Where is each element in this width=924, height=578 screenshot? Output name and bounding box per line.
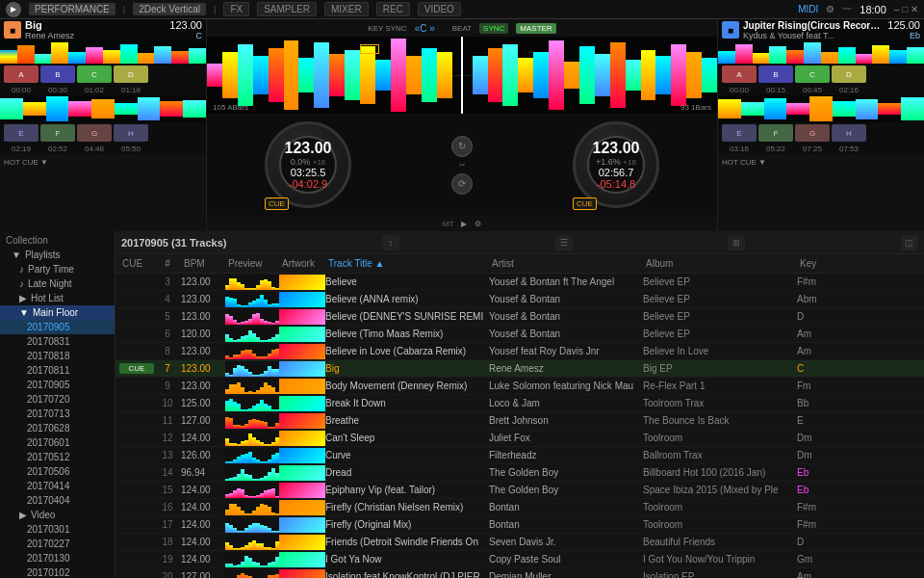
master-btn[interactable]: MASTER <box>516 23 555 34</box>
col-header-title[interactable]: Track Title ▲ <box>325 258 489 269</box>
cue-h-left[interactable]: H <box>114 124 148 142</box>
tool-play[interactable]: ▶ <box>461 220 467 228</box>
track-row[interactable]: 14 96.94 Dread The Golden Boy Billboard … <box>116 464 924 482</box>
track-preview-9 <box>225 431 279 446</box>
track-row[interactable]: 17 124.00 Firefly (Original Mix) Bontan … <box>116 516 924 534</box>
platter-right[interactable]: 123.00 +1.6% +16 02:56.7 -05:14.8 CUE <box>573 121 659 208</box>
track-row[interactable]: 11 127.00 Breathe Brett Johnson The Boun… <box>116 412 924 430</box>
cue-btn-left[interactable]: CUE <box>265 197 289 210</box>
midi-button[interactable]: MIDI <box>798 4 818 14</box>
sidebar-item-20170905[interactable]: 20170905 <box>0 320 115 334</box>
platter-circle-right[interactable]: 123.00 +1.6% +16 02:56.7 -05:14.8 <box>573 121 659 208</box>
track-row[interactable]: 19 124.00 I Got Ya Now Copy Paste Soul I… <box>116 551 924 568</box>
mixer-button[interactable]: MIXER <box>324 2 369 16</box>
cue-g-right[interactable]: G <box>795 124 830 142</box>
cue-d-left[interactable]: D <box>114 66 148 83</box>
tool-settings[interactable]: ⚙ <box>475 220 481 228</box>
sidebar-item-20170713[interactable]: 20170713 <box>0 407 115 421</box>
sidebar-item-mainfloor[interactable]: ▼ Main Floor <box>0 305 115 320</box>
settings-icon[interactable]: ⚙ <box>826 4 834 14</box>
layout-label[interactable]: 2Deck Vertical <box>133 3 206 15</box>
sidebar-item-20170512[interactable]: 20170512 <box>0 450 115 464</box>
sidebar-item-20170506[interactable]: 20170506 <box>0 464 115 479</box>
sidebar-item-partytime[interactable]: ♪ Party Time <box>0 262 115 276</box>
rec-button[interactable]: REC <box>376 2 410 16</box>
cue-h-right[interactable]: H <box>832 124 866 142</box>
sidebar-item-20170130[interactable]: 20170130 <box>0 551 115 565</box>
view-btn2[interactable]: ⊞ <box>728 235 745 250</box>
track-row[interactable]: 9 123.00 Body Movement (Denney Remix) Lu… <box>116 378 924 395</box>
sidebar-item-video[interactable]: ▶ Video <box>0 508 115 522</box>
track-row[interactable]: 18 124.00 Friends (Detroit Swindle Frien… <box>116 534 924 551</box>
track-row[interactable]: 12 124.00 Can't Sleep Juliet Fox Toolroo… <box>116 430 924 447</box>
track-row[interactable]: 10 125.00 Break It Down Loco & Jam Toolr… <box>116 395 924 412</box>
track-row[interactable]: 13 126.00 Curve Filterheadz Ballroom Tra… <box>116 447 924 464</box>
track-row[interactable]: CUE 7 123.00 Big Rene Amesz Big EP C <box>116 360 924 378</box>
track-row[interactable]: 4 123.00 Believe (ANNA remix) Yousef & B… <box>116 291 924 308</box>
sidebar-item-20170628[interactable]: 20170628 <box>0 421 115 435</box>
platter-time-right: 02:56.7 <box>599 167 634 178</box>
cue-e-right[interactable]: E <box>722 124 757 142</box>
view-btn3[interactable]: ◫ <box>901 235 918 250</box>
platter-circle-left[interactable]: 123.00 0.0% +16 03:25.5 -04:02.9 <box>265 121 351 208</box>
view-btn1[interactable]: ☰ <box>555 235 573 250</box>
track-row[interactable]: 20 127.00 Isolation feat KnowKontrol (DJ… <box>116 568 924 578</box>
track-row[interactable]: 15 124.00 Epiphany Vip (feat. Tailor) Th… <box>116 482 924 499</box>
deck-right-times1: 00:00 00:15 00:45 02:16 <box>718 85 924 95</box>
cue-a-right[interactable]: A <box>722 66 757 83</box>
track-row[interactable]: 6 120.00 Believe (Timo Maas Remix) Youse… <box>116 326 924 343</box>
track-row[interactable]: 5 123.00 Believe (DENNEY'S SUNRISE REMI … <box>116 308 924 326</box>
sidebar-item-20170414[interactable]: 20170414 <box>0 479 115 493</box>
track-preview-14 <box>225 517 279 533</box>
track-num-6: 9 <box>154 381 181 391</box>
track-title-10: Curve <box>325 450 489 460</box>
video-button[interactable]: VIDEO <box>418 2 461 16</box>
sidebar-item-20170301[interactable]: 20170301 <box>0 522 115 537</box>
track-title-9: Can't Sleep <box>325 433 489 443</box>
sampler-button[interactable]: SAMPLER <box>257 2 317 16</box>
cue-c-left[interactable]: C <box>77 66 112 83</box>
deck-right-hotcue: HOT CUE ▼ <box>718 154 924 170</box>
sidebar-item-20170818[interactable]: 20170818 <box>0 349 115 363</box>
cue-b-right[interactable]: B <box>758 66 793 83</box>
beat-sync-btn[interactable]: SYNC <box>479 23 508 34</box>
cue-g-left[interactable]: G <box>77 124 112 142</box>
cue-d-right[interactable]: D <box>832 66 866 83</box>
track-row[interactable]: 16 124.00 Firefly (Christian Nielsen Rem… <box>116 499 924 516</box>
cue-btn-right[interactable]: CUE <box>573 197 597 210</box>
fx-button[interactable]: FX <box>223 2 249 16</box>
sidebar-item-20170227[interactable]: 20170227 <box>0 537 115 551</box>
cue-f-left[interactable]: F <box>40 124 75 142</box>
cue-c-right[interactable]: C <box>795 66 830 83</box>
track-artwork-13 <box>279 500 325 515</box>
hotcue-label-right[interactable]: HOT CUE ▼ <box>722 158 766 167</box>
sidebar-item-20170601[interactable]: 20170601 <box>0 435 115 450</box>
sidebar-item-hotlist[interactable]: ▶ Hot List <box>0 291 115 305</box>
sidebar-item-20170905b[interactable]: 20170905 <box>0 378 115 392</box>
window-controls[interactable]: – □ ✕ <box>894 4 918 14</box>
platter-left[interactable]: 123.00 0.0% +16 03:25.5 -04:02.9 CUE <box>265 121 351 208</box>
sidebar-item-latenight[interactable]: ♪ Late Night <box>0 276 115 291</box>
col-header-bpm[interactable]: BPM <box>181 258 225 269</box>
track-row[interactable]: 3 123.00 Believe Yousef & Bontan ft The … <box>116 274 924 291</box>
track-row[interactable]: 8 123.00 Believe in Love (Cabarza Remix)… <box>116 343 924 360</box>
cue-f-right[interactable]: F <box>758 124 793 142</box>
sidebar-item-20170102[interactable]: 20170102 <box>0 565 115 578</box>
sidebar-item-20170831[interactable]: 20170831 <box>0 334 115 349</box>
cue-e-left[interactable]: E <box>4 124 38 142</box>
cue-b-left[interactable]: B <box>40 66 75 83</box>
sidebar-item-20170720[interactable]: 20170720 <box>0 392 115 407</box>
cue-a-left[interactable]: A <box>4 66 38 83</box>
key-sync-val[interactable]: «C » <box>415 23 435 34</box>
sync-btn[interactable]: ⟳ <box>451 173 473 195</box>
sidebar-item-playlists[interactable]: ▼ Playlists <box>0 248 115 262</box>
loop-btn[interactable]: ↻ <box>451 136 473 157</box>
deck-right: ■ Jupiter Rising(Circus Recordings) Kydu… <box>717 19 924 231</box>
sidebar-item-20170404[interactable]: 20170404 <box>0 493 115 508</box>
cue-label-14 <box>119 524 154 526</box>
performance-label[interactable]: PERFORMANCE <box>29 3 116 15</box>
col-header-artist: Artist <box>489 258 643 269</box>
hotcue-label-left[interactable]: HOT CUE ▼ <box>4 158 48 167</box>
sidebar-item-20170811[interactable]: 20170811 <box>0 363 115 378</box>
sort-btn[interactable]: ↕ <box>382 235 399 250</box>
